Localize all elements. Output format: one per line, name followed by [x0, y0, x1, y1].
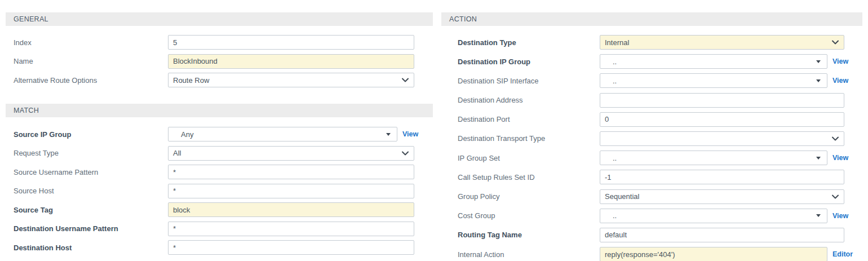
field-row-routing-tag-name: Routing Tag Name	[441, 228, 862, 242]
field-row-source-tag: Source Tag	[6, 202, 433, 217]
source-ip-group-combo[interactable]: Any	[168, 127, 397, 141]
ip-group-set-combo[interactable]: ..	[600, 151, 827, 165]
destination-ip-group-view-link[interactable]: View	[832, 57, 848, 65]
source-host-input[interactable]	[168, 184, 414, 198]
destination-sip-interface-label: Destination SIP Interface	[441, 77, 600, 85]
chevron-down-icon	[402, 78, 409, 82]
field-row-source-ip-group: Source IP Group Any View	[6, 127, 433, 141]
group-policy-label: Group Policy	[441, 192, 600, 201]
field-row-destination-sip-interface: Destination SIP Interface .. View	[441, 73, 862, 88]
field-row-request-type: Request Type All	[6, 146, 433, 161]
destination-host-input[interactable]	[168, 240, 414, 255]
destination-address-label: Destination Address	[441, 96, 600, 104]
request-type-label: Request Type	[6, 149, 168, 157]
name-input[interactable]	[168, 54, 414, 69]
field-row-name: Name	[6, 54, 433, 69]
destination-username-pattern-input[interactable]	[168, 222, 414, 236]
alternative-route-options-label: Alternative Route Options	[6, 76, 168, 85]
field-row-ip-group-set: IP Group Set .. View	[441, 151, 862, 165]
dropdown-arrow-icon	[816, 60, 821, 63]
cost-group-view-link[interactable]: View	[832, 212, 848, 220]
destination-sip-interface-view-link[interactable]: View	[832, 77, 848, 85]
source-username-pattern-label: Source Username Pattern	[6, 168, 168, 176]
internal-action-input[interactable]	[600, 247, 827, 261]
destination-ip-group-label: Destination IP Group	[441, 57, 600, 66]
request-type-select[interactable]: All	[168, 146, 414, 161]
field-row-destination-ip-group: Destination IP Group .. View	[441, 54, 862, 69]
field-row-source-username-pattern: Source Username Pattern	[6, 165, 433, 179]
alternative-route-options-value: Route Row	[173, 76, 209, 85]
ip-group-set-label: IP Group Set	[441, 154, 600, 162]
chevron-down-icon	[832, 40, 839, 45]
ip-group-set-value: ..	[613, 154, 617, 162]
destination-type-select[interactable]: Internal	[600, 35, 844, 50]
field-row-destination-username-pattern: Destination Username Pattern	[6, 222, 433, 236]
section-header-general: GENERAL	[6, 12, 433, 26]
index-label: Index	[6, 38, 168, 47]
dropdown-arrow-icon	[386, 133, 391, 136]
cost-group-label: Cost Group	[441, 211, 600, 220]
destination-transport-type-select[interactable]	[600, 131, 844, 146]
group-policy-select[interactable]: Sequential	[600, 189, 844, 204]
dropdown-arrow-icon	[816, 214, 821, 217]
name-label: Name	[6, 57, 168, 65]
action-section: Destination Type Internal Destination IP…	[441, 26, 862, 261]
internal-action-editor-link[interactable]: Editor	[832, 250, 853, 258]
chevron-down-icon	[402, 151, 409, 156]
destination-address-input[interactable]	[600, 93, 844, 108]
destination-username-pattern-label: Destination Username Pattern	[6, 224, 168, 233]
source-ip-group-label: Source IP Group	[6, 130, 168, 139]
source-host-label: Source Host	[6, 187, 168, 195]
source-username-pattern-input[interactable]	[168, 165, 414, 179]
right-column: ACTION Destination Type Internal Destina…	[441, 12, 862, 261]
section-title-match: MATCH	[14, 107, 39, 114]
destination-port-input[interactable]	[600, 112, 844, 127]
field-row-destination-transport-type: Destination Transport Type	[441, 131, 862, 146]
call-setup-rules-set-id-input[interactable]	[600, 170, 844, 184]
source-ip-group-view-link[interactable]: View	[402, 130, 418, 138]
group-policy-value: Sequential	[605, 192, 639, 201]
index-input[interactable]	[168, 35, 414, 50]
destination-type-value: Internal	[605, 38, 629, 47]
chevron-down-icon	[832, 136, 839, 141]
field-row-call-setup-rules-set-id: Call Setup Rules Set ID	[441, 170, 862, 184]
source-tag-input[interactable]	[168, 202, 414, 217]
call-setup-rules-set-id-label: Call Setup Rules Set ID	[441, 173, 600, 182]
destination-sip-interface-combo[interactable]: ..	[600, 73, 827, 88]
destination-ip-group-value: ..	[613, 57, 617, 66]
dropdown-arrow-icon	[816, 157, 821, 160]
internal-action-label: Internal Action	[441, 250, 600, 259]
ip-group-set-view-link[interactable]: View	[832, 154, 848, 162]
routing-tag-name-label: Routing Tag Name	[441, 231, 600, 239]
section-title-action: ACTION	[449, 15, 477, 23]
section-header-match: MATCH	[6, 104, 433, 117]
chevron-down-icon	[832, 194, 839, 199]
section-header-action: ACTION	[441, 12, 862, 26]
cost-group-value: ..	[613, 211, 617, 220]
destination-port-label: Destination Port	[441, 115, 600, 123]
field-row-index: Index	[6, 35, 433, 50]
alternative-route-options-select[interactable]: Route Row	[168, 73, 414, 87]
left-column: GENERAL Index Name Alternative Route Opt…	[6, 12, 433, 261]
cost-group-combo[interactable]: ..	[600, 209, 827, 223]
field-row-alternative-route-options: Alternative Route Options Route Row	[6, 73, 433, 87]
field-row-internal-action: Internal Action Editor	[441, 247, 862, 261]
dropdown-arrow-icon	[816, 79, 821, 82]
destination-transport-type-label: Destination Transport Type	[441, 134, 600, 143]
field-row-destination-host: Destination Host	[6, 240, 433, 255]
section-title-general: GENERAL	[14, 15, 48, 23]
field-row-destination-address: Destination Address	[441, 93, 862, 108]
destination-ip-group-combo[interactable]: ..	[600, 54, 827, 69]
source-ip-group-value: Any	[181, 130, 193, 139]
source-tag-label: Source Tag	[6, 206, 168, 214]
field-row-cost-group: Cost Group .. View	[441, 209, 862, 223]
destination-sip-interface-value: ..	[613, 77, 617, 85]
field-row-source-host: Source Host	[6, 184, 433, 198]
destination-type-label: Destination Type	[441, 38, 600, 47]
destination-host-label: Destination Host	[6, 244, 168, 252]
request-type-value: All	[173, 149, 181, 157]
routing-rule-form: GENERAL Index Name Alternative Route Opt…	[0, 0, 868, 261]
routing-tag-name-input[interactable]	[600, 228, 844, 242]
field-row-destination-type: Destination Type Internal	[441, 35, 862, 50]
field-row-group-policy: Group Policy Sequential	[441, 189, 862, 204]
